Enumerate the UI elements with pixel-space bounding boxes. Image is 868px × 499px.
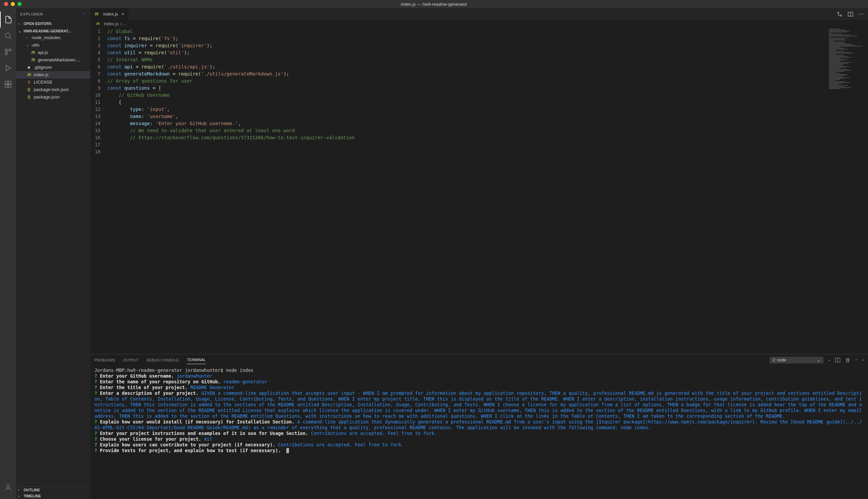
explorer-header: EXPLORER ⋯ — [16, 8, 90, 20]
svg-point-12 — [840, 15, 842, 16]
split-editor-icon[interactable] — [848, 11, 853, 17]
svg-point-4 — [5, 49, 7, 51]
chevron-down-icon: ⌄ — [817, 358, 820, 363]
chevron-down-icon: ⌄ — [18, 29, 22, 33]
tree-item-label: package-lock.json — [34, 86, 69, 94]
svg-point-0 — [5, 33, 10, 38]
editor-body[interactable]: 123456789101112131415161718 // Globalcon… — [90, 27, 868, 354]
window-title: index.js — hw9-readme-generator — [401, 2, 467, 7]
license-file-icon: § — [26, 80, 32, 85]
tree-item-label: node_modules — [32, 34, 60, 41]
svg-point-2 — [9, 49, 11, 51]
tree-item-node-modules[interactable]: ›node_modules — [16, 34, 90, 41]
kill-terminal-icon[interactable] — [845, 357, 851, 363]
tree-item-utils[interactable]: ⌄utils — [16, 41, 90, 49]
debug-console-tab[interactable]: DEBUG CONSOLE — [146, 356, 179, 364]
tree-item-label: package.json — [34, 94, 60, 101]
accounts-icon[interactable] — [0, 479, 16, 496]
svg-line-1 — [10, 37, 11, 39]
maximize-window-button[interactable] — [17, 2, 22, 6]
tree-item-label: api.js — [38, 49, 48, 56]
bottom-panel: PROBLEMS OUTPUT DEBUG CONSOLE TERMINAL 2… — [90, 354, 868, 499]
svg-rect-6 — [5, 81, 8, 84]
breadcrumb-more: ... — [123, 21, 126, 26]
breadcrumb-separator: › — [120, 21, 121, 26]
new-terminal-icon[interactable]: + — [828, 358, 830, 362]
terminal-selector[interactable]: 2: node ⌄ — [770, 357, 823, 364]
svg-point-3 — [5, 53, 7, 55]
file-icon: ◆ — [26, 65, 32, 70]
tree-item-index-js[interactable]: JSindex.js — [16, 71, 90, 78]
timeline-label: TIMELINE — [24, 494, 41, 498]
source-control-icon[interactable] — [0, 44, 16, 60]
svg-marker-5 — [6, 65, 11, 71]
tree-item-label: LICENSE — [34, 78, 53, 86]
json-file-icon: {} — [26, 94, 32, 100]
run-debug-icon[interactable] — [0, 60, 16, 76]
svg-point-10 — [7, 485, 10, 488]
tree-item-package-json[interactable]: {}package.json — [16, 94, 90, 101]
traffic-lights — [0, 2, 22, 6]
compare-changes-icon[interactable] — [837, 11, 842, 17]
chevron-right-icon: › — [18, 22, 22, 26]
title-bar: index.js — hw9-readme-generator — [0, 0, 868, 8]
tab-label: index.js — [103, 11, 118, 16]
js-file-icon: JS — [94, 11, 99, 17]
tab-index-js[interactable]: JS index.js × — [90, 8, 129, 20]
explorer-icon[interactable] — [0, 11, 16, 28]
js-file-icon: JS — [26, 72, 32, 77]
chevron-icon: ⌄ — [26, 41, 30, 49]
breadcrumb-file: index.js — [104, 21, 119, 26]
problems-tab[interactable]: PROBLEMS — [95, 356, 115, 364]
js-file-icon: JS — [95, 21, 100, 26]
file-tree: ›node_modules⌄utilsJSapi.jsJSgenerateMar… — [16, 34, 90, 486]
close-window-button[interactable] — [4, 2, 8, 6]
activity-bar — [0, 8, 16, 499]
timeline-section[interactable]: › TIMELINE — [16, 493, 90, 499]
js-file-icon: JS — [30, 57, 36, 63]
tree-item-label: generateMarkdown.... — [38, 56, 80, 64]
sidebar: EXPLORER ⋯ › OPEN EDITORS ⌄ HW9-README-G… — [16, 8, 90, 499]
tree-item-generatemarkdown----[interactable]: JSgenerateMarkdown.... — [16, 56, 90, 64]
editor-area: JS index.js × ⋯ JS index.js › ... 123456… — [90, 8, 868, 499]
workspace-section[interactable]: ⌄ HW9-README-GENERAT... — [16, 28, 90, 34]
panel-tabs: PROBLEMS OUTPUT DEBUG CONSOLE TERMINAL 2… — [90, 354, 868, 365]
terminal-content[interactable]: Jordans-MBP:hw9-readme-generator jordanw… — [90, 365, 868, 499]
split-terminal-icon[interactable] — [835, 357, 840, 363]
terminal-selector-label: 2: node — [773, 358, 786, 363]
tree-item--gitignore[interactable]: ◆.gitignore — [16, 64, 90, 71]
tree-item-license[interactable]: §LICENSE — [16, 78, 90, 86]
more-actions-icon[interactable]: ⋯ — [858, 11, 864, 17]
more-icon[interactable]: ⋯ — [82, 12, 86, 16]
extensions-icon[interactable] — [0, 76, 16, 93]
tab-actions: ⋯ — [837, 8, 868, 20]
code-content[interactable]: // Globalconst fs = require('fs');const … — [107, 27, 828, 354]
output-tab[interactable]: OUTPUT — [123, 356, 138, 364]
tree-item-api-js[interactable]: JSapi.js — [16, 49, 90, 56]
open-editors-section[interactable]: › OPEN EDITORS — [16, 21, 90, 27]
svg-rect-9 — [9, 85, 11, 87]
tree-item-package-lock-json[interactable]: {}package-lock.json — [16, 86, 90, 94]
close-tab-icon[interactable]: × — [120, 11, 125, 17]
search-icon[interactable] — [0, 28, 16, 44]
minimap[interactable] — [828, 27, 868, 354]
terminal-tab[interactable]: TERMINAL — [187, 356, 206, 364]
svg-rect-7 — [9, 81, 11, 84]
maximize-panel-icon[interactable]: ^ — [855, 358, 857, 362]
tree-item-label: utils — [32, 41, 39, 49]
tree-item-label: index.js — [34, 71, 49, 78]
chevron-right-icon: › — [18, 488, 22, 492]
chevron-right-icon: › — [18, 494, 22, 498]
outline-section[interactable]: › OUTLINE — [16, 487, 90, 493]
open-editors-label: OPEN EDITORS — [24, 22, 52, 26]
line-numbers: 123456789101112131415161718 — [90, 27, 107, 354]
minimize-window-button[interactable] — [11, 2, 15, 6]
tree-item-label: .gitignore — [34, 64, 52, 71]
svg-rect-8 — [5, 85, 8, 87]
svg-point-11 — [838, 12, 839, 13]
close-panel-icon[interactable]: × — [862, 358, 864, 362]
breadcrumb[interactable]: JS index.js › ... — [90, 20, 868, 27]
chevron-icon: › — [26, 34, 30, 41]
js-file-icon: JS — [30, 50, 36, 55]
tab-bar: JS index.js × ⋯ — [90, 8, 868, 20]
